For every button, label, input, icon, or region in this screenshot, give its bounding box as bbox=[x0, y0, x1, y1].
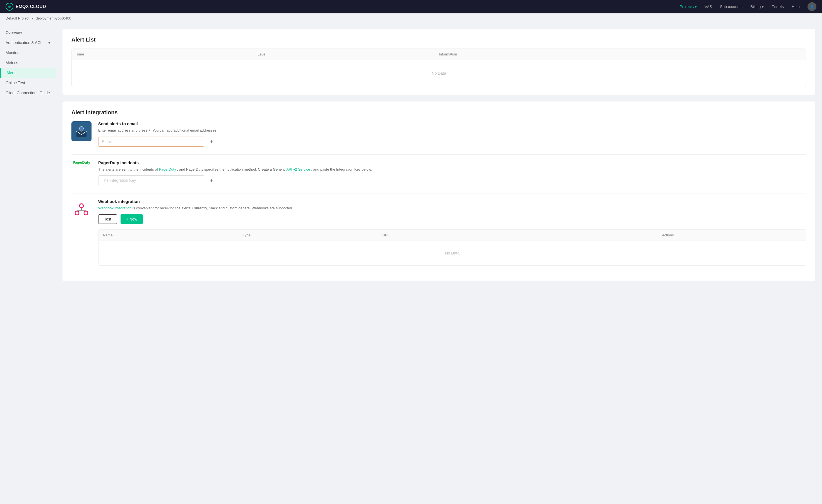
svg-point-9 bbox=[84, 211, 88, 215]
email-desc: Enter email address and press +. You can… bbox=[98, 128, 806, 133]
webhook-link[interactable]: Webhook integration bbox=[98, 206, 131, 210]
svg-point-7 bbox=[79, 204, 83, 208]
webhook-title: Webhook integration bbox=[98, 199, 806, 204]
brand-logo: EMQX CLOUD bbox=[6, 3, 46, 11]
webhook-icon-wrap bbox=[71, 199, 91, 219]
pagerduty-logo: PagerDuty bbox=[73, 160, 90, 165]
sidebar-item-overview[interactable]: Overview bbox=[0, 28, 56, 38]
email-input-row: + bbox=[98, 137, 806, 147]
email-content: Send alerts to email Enter email address… bbox=[98, 121, 806, 147]
email-integration: Send alerts to email Enter email address… bbox=[71, 121, 806, 147]
col-url: URL bbox=[383, 233, 662, 237]
alert-integrations-title: Alert Integrations bbox=[71, 109, 806, 116]
col-level: Level bbox=[258, 52, 439, 56]
pagerduty-logo-wrap: PagerDuty bbox=[71, 160, 91, 165]
email-title: Send alerts to email bbox=[98, 121, 806, 126]
nav-billing[interactable]: Billing ▾ bbox=[750, 4, 764, 9]
webhook-desc: Webhook integration is convenient for re… bbox=[98, 205, 806, 211]
sidebar-item-online-test[interactable]: Online Test bbox=[0, 78, 56, 88]
pagerduty-integration: PagerDuty PagerDuty incidents The alerts… bbox=[71, 160, 806, 186]
nav-subaccounts[interactable]: Subaccounts bbox=[720, 4, 743, 9]
webhook-icon bbox=[71, 199, 91, 219]
email-add-button[interactable]: + bbox=[207, 137, 216, 146]
col-actions: Actions bbox=[662, 233, 802, 237]
col-information: Information bbox=[439, 52, 802, 56]
svg-point-8 bbox=[75, 211, 79, 215]
divider-1 bbox=[71, 154, 806, 155]
email-icon bbox=[71, 121, 91, 141]
nav-tickets[interactable]: Tickets bbox=[772, 4, 784, 9]
breadcrumb: Default Project / deployment-ycdc0400 bbox=[0, 13, 822, 23]
new-button[interactable]: + New bbox=[120, 214, 143, 224]
pagerduty-input-row: + bbox=[98, 175, 806, 185]
alert-list-title: Alert List bbox=[71, 37, 806, 43]
api-v2-service-link[interactable]: API v2 Service bbox=[286, 167, 310, 171]
top-nav: Projects ▾ VAS Subaccounts Billing ▾ Tic… bbox=[680, 2, 816, 11]
sidebar-item-alerts[interactable]: Alerts bbox=[0, 68, 56, 78]
no-data-label: No Data bbox=[432, 71, 446, 76]
alert-list-header: Time Level Information bbox=[71, 49, 806, 60]
col-time: Time bbox=[76, 52, 258, 56]
webhook-content: Webhook integration Webhook integration … bbox=[98, 199, 806, 266]
test-button[interactable]: Test bbox=[98, 214, 117, 224]
webhook-table-body: No Data bbox=[98, 241, 806, 266]
webhook-integration: Webhook integration Webhook integration … bbox=[71, 199, 806, 266]
chevron-icon: ▾ bbox=[48, 40, 50, 45]
alert-list-body: No Data bbox=[71, 60, 806, 87]
svg-point-6 bbox=[81, 130, 82, 131]
sidebar-item-monitor[interactable]: Monitor bbox=[0, 48, 56, 58]
avatar[interactable]: 👤 bbox=[808, 2, 816, 11]
pagerduty-link[interactable]: PagerDuty bbox=[159, 167, 176, 171]
topbar: EMQX CLOUD Projects ▾ VAS Subaccounts Bi… bbox=[0, 0, 822, 13]
col-name: Name bbox=[103, 233, 243, 237]
webhook-table-header: Name Type URL Actions bbox=[98, 229, 806, 241]
main-content: Alert List Time Level Information No Dat… bbox=[56, 23, 822, 504]
pagerduty-desc: The alerts are sent to the incidents of … bbox=[98, 167, 806, 172]
svg-rect-1 bbox=[76, 131, 86, 137]
sidebar-item-client-guide[interactable]: Client Connections Guide bbox=[0, 88, 56, 98]
integration-key-input[interactable] bbox=[98, 175, 204, 185]
pagerduty-add-button[interactable]: + bbox=[207, 176, 216, 185]
email-icon-wrap bbox=[71, 121, 91, 141]
webhook-no-data: No Data bbox=[445, 251, 459, 255]
pagerduty-content: PagerDuty incidents The alerts are sent … bbox=[98, 160, 806, 186]
webhook-btn-row: Test + New bbox=[98, 214, 806, 224]
pagerduty-title: PagerDuty incidents bbox=[98, 160, 806, 165]
alert-integrations-card: Alert Integrations bbox=[62, 101, 815, 281]
alert-list-card: Alert List Time Level Information No Dat… bbox=[62, 29, 815, 95]
sidebar: Overview Authentication & ACL ▾ Monitor … bbox=[0, 23, 56, 504]
nav-vas[interactable]: VAS bbox=[705, 4, 712, 9]
col-type: Type bbox=[243, 233, 383, 237]
email-input[interactable] bbox=[98, 137, 204, 147]
sidebar-item-auth-acl[interactable]: Authentication & ACL ▾ bbox=[0, 38, 56, 48]
sidebar-item-metrics[interactable]: Metrics bbox=[0, 58, 56, 68]
nav-help[interactable]: Help bbox=[792, 4, 800, 9]
nav-projects[interactable]: Projects ▾ bbox=[680, 4, 697, 9]
